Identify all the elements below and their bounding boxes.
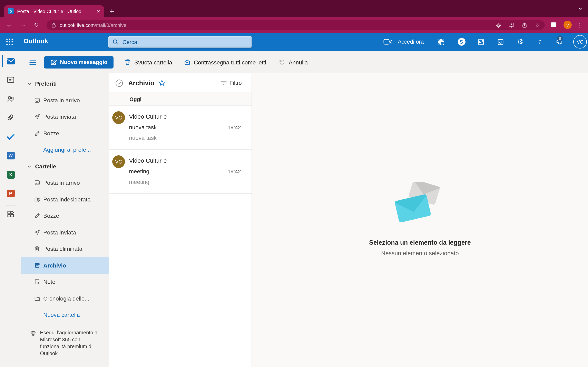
lock-icon[interactable]: [51, 22, 56, 28]
open-envelope-icon: [183, 59, 190, 66]
people-module-icon[interactable]: [0, 92, 21, 105]
help-icon[interactable]: ?: [534, 33, 545, 51]
search-input[interactable]: [122, 39, 248, 45]
url-text: outlook.live.com/mail/0/archive: [60, 22, 126, 28]
search-box[interactable]: [108, 36, 252, 48]
todo-module-icon[interactable]: [0, 130, 21, 143]
envelopes-illustration: [394, 182, 446, 230]
filter-icon: [221, 80, 227, 86]
app-launcher-waffle-icon[interactable]: [6, 38, 13, 46]
left-rail: W X P: [0, 51, 21, 367]
content-area: W X P Nuovo messaggio Svuota cartella: [0, 51, 588, 367]
calendar-module-icon[interactable]: [0, 73, 21, 86]
new-message-button[interactable]: Nuovo messaggio: [44, 56, 113, 68]
outlook-logo[interactable]: Outlook: [24, 38, 48, 45]
new-folder-link[interactable]: Nuova cartella: [21, 307, 109, 323]
install-app-icon[interactable]: [509, 22, 515, 28]
excel-module-icon[interactable]: X: [0, 168, 21, 181]
empty-folder-button[interactable]: Svuota cartella: [124, 59, 172, 66]
whats-new-megaphone-icon[interactable]: 8: [552, 33, 567, 51]
message-list-header: Archivio Filtro: [109, 73, 251, 93]
tab-close-icon[interactable]: ×: [96, 8, 101, 14]
message-time: 19:42: [228, 168, 241, 175]
onenote-icon[interactable]: N: [475, 33, 487, 51]
folder-notes[interactable]: Note: [21, 274, 109, 290]
message-row[interactable]: VC Video Cultur-e nuova task nuova task …: [109, 106, 251, 150]
word-module-icon[interactable]: W: [0, 149, 21, 162]
select-all-circle-check-icon[interactable]: [115, 79, 123, 87]
forward-button[interactable]: →: [17, 17, 29, 33]
skype-icon[interactable]: S: [456, 33, 467, 51]
tasks-icon[interactable]: [495, 33, 506, 51]
browser-tab[interactable]: No Posta - Video Cultur-e - Outloo ×: [4, 5, 104, 17]
message-row[interactable]: VC Video Cultur-e meeting meeting 19:42: [109, 150, 251, 194]
sender-avatar[interactable]: VC: [112, 155, 125, 168]
favorite-sent[interactable]: Posta inviata: [21, 108, 109, 125]
filter-button[interactable]: Filtro: [221, 80, 242, 86]
new-tab-button[interactable]: +: [107, 7, 117, 16]
address-bar[interactable]: outlook.live.com/mail/0/archive ☆: [47, 20, 545, 30]
message-sender: Video Cultur-e: [129, 111, 241, 122]
undo-button[interactable]: Annulla: [278, 59, 308, 66]
favorites-section-header[interactable]: Preferiti: [21, 75, 109, 92]
upgrade-banner[interactable]: Esegui l'aggiornamento a Microsoft 365 c…: [21, 324, 109, 357]
folder-archive-selected[interactable]: Archivio: [21, 257, 109, 274]
folder-icon: [34, 295, 40, 302]
reload-button[interactable]: ↻: [30, 17, 43, 33]
sign-in-link[interactable]: Accedi ora: [395, 33, 426, 51]
notification-badge: 8: [557, 35, 563, 42]
folder-drafts[interactable]: Bozze: [21, 208, 109, 224]
meet-now-icon[interactable]: [382, 33, 394, 51]
extension-diamond-icon[interactable]: [496, 22, 502, 28]
mark-all-read-button[interactable]: Contrassegna tutti come letti: [183, 59, 266, 66]
message-list-pane: Archivio Filtro Oggi VC Video Cultur-e n…: [109, 73, 252, 367]
browser-menu-icon[interactable]: ⋮: [577, 20, 583, 29]
search-icon: [112, 39, 119, 45]
browser-profile-avatar[interactable]: V: [563, 21, 572, 29]
date-group-header[interactable]: Oggi: [109, 93, 251, 106]
sender-avatar[interactable]: VC: [112, 111, 125, 124]
browser-toolbar: ← → ↻ outlook.live.com/mail/0/archive ☆: [0, 17, 588, 33]
folder-conversation-history[interactable]: Cronologia delle...: [21, 290, 109, 307]
bookmark-star-icon[interactable]: ☆: [535, 22, 540, 28]
message-preview: nuova task: [129, 133, 241, 143]
attachments-module-icon[interactable]: [0, 111, 21, 124]
back-button[interactable]: ←: [3, 17, 16, 33]
add-favorite-link[interactable]: Aggiungi ai prefe...: [21, 142, 109, 158]
upgrade-text: Esegui l'aggiornamento a Microsoft 365 c…: [40, 329, 101, 357]
trash-icon: [124, 59, 131, 66]
outlook-favicon-icon: No: [8, 8, 14, 14]
message-sender: Video Cultur-e: [129, 155, 241, 166]
rail-divider: [6, 206, 16, 206]
message-subject: meeting: [129, 166, 241, 176]
sent-icon: [34, 114, 40, 120]
qr-code-icon[interactable]: [435, 33, 447, 51]
account-avatar[interactable]: VC: [573, 35, 587, 49]
mail-module-icon[interactable]: [0, 55, 21, 68]
archive-icon: [34, 262, 40, 269]
note-icon: [34, 279, 40, 285]
folder-sent[interactable]: Posta inviata: [21, 224, 109, 241]
side-panel-icon[interactable]: [550, 21, 557, 28]
hamburger-menu-icon[interactable]: [26, 56, 39, 69]
favorite-star-icon[interactable]: [158, 80, 165, 86]
chevron-down-icon: [27, 81, 32, 86]
tab-search-chevron-icon[interactable]: [577, 6, 583, 11]
favorite-inbox[interactable]: Posta in arrivo: [21, 92, 109, 108]
more-apps-icon[interactable]: [0, 208, 21, 221]
folder-pane: Preferiti Posta in arrivo Posta inviata …: [21, 73, 109, 367]
share-icon[interactable]: [522, 22, 528, 28]
folder-deleted[interactable]: Posta eliminata: [21, 241, 109, 257]
settings-gear-icon[interactable]: ⚙: [515, 33, 526, 51]
empty-state-subtitle: Nessun elemento selezionato: [381, 250, 459, 257]
powerpoint-module-icon[interactable]: P: [0, 187, 21, 200]
favorite-drafts[interactable]: Bozze: [21, 125, 109, 142]
folder-inbox[interactable]: Posta in arrivo: [21, 175, 109, 191]
inbox-icon: [34, 97, 40, 104]
folders-section-header[interactable]: Cartelle: [21, 158, 109, 175]
reading-pane: Seleziona un elemento da leggere Nessun …: [252, 73, 588, 367]
inbox-icon: [34, 180, 40, 186]
sent-icon: [34, 229, 40, 236]
folder-junk[interactable]: Posta indesiderata: [21, 191, 109, 208]
trash-icon: [34, 246, 40, 252]
